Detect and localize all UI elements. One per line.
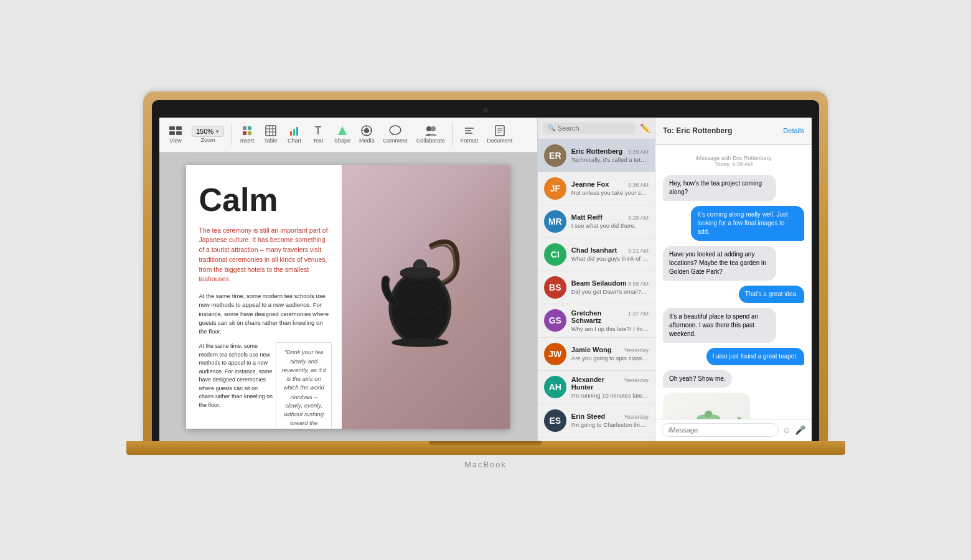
- conversation-item[interactable]: AH Alexander Hunter Yesterday I'm runnin…: [538, 371, 655, 404]
- text-icon: T: [311, 125, 325, 136]
- conversation-time: Yesterday: [624, 414, 649, 420]
- view-label: View: [169, 138, 181, 144]
- comment-label: Comment: [383, 138, 408, 144]
- conversation-info: Chad Isanhart 9:21 AM What did you guys …: [571, 246, 649, 262]
- message-bubble: It's coming along really well. Just look…: [691, 206, 804, 241]
- toolbar-view[interactable]: View: [164, 123, 187, 146]
- conversation-preview: Not unless you take your sunglasses off …: [571, 189, 649, 196]
- conversation-info: Matt Reiff 9:28 AM I see what you did th…: [571, 213, 649, 229]
- messages-app: 🔍 ✏️ ER: [538, 118, 812, 441]
- chat-messages[interactable]: iMessage with Eric Rottenberg Today, 9:3…: [655, 145, 812, 419]
- zoom-control[interactable]: 150% ▼: [192, 126, 224, 137]
- conversation-name: Erin Steed: [571, 413, 605, 420]
- search-icon: 🔍: [548, 124, 555, 131]
- conversation-time: 9:21 AM: [628, 248, 649, 254]
- message-row: Hey, how's the tea project coming along?: [663, 175, 804, 201]
- compose-button[interactable]: ✏️: [640, 123, 650, 133]
- message-row: That's a great idea.: [663, 286, 804, 303]
- conversation-name: Beam Seilaudom: [571, 279, 627, 287]
- avatar: CI: [544, 243, 566, 266]
- chat-header-title: To: Eric Rottenberg: [663, 126, 732, 135]
- conversation-item[interactable]: ER Eric Rottenberg 9:39 AM Technically, …: [538, 139, 655, 172]
- conversation-item[interactable]: JF Jeanne Fox 9:36 AM Not unless you tak…: [538, 172, 655, 205]
- svg-rect-13: [290, 131, 292, 136]
- details-button[interactable]: Details: [783, 127, 804, 134]
- conversation-item[interactable]: DE David Elfving Yesterday Cute baby pic…: [538, 437, 655, 441]
- conversation-name: Eric Rottenberg: [571, 147, 623, 155]
- conversation-info: Beam Seilaudom 8:58 AM Did you get Dawn'…: [571, 279, 649, 295]
- search-input[interactable]: [558, 124, 631, 132]
- message-bubble: I also just found a great teapot.: [706, 348, 804, 365]
- conversation-name: Alexander Hunter: [571, 376, 624, 391]
- conversation-time: Yesterday: [624, 377, 649, 383]
- teapot-background: [342, 165, 510, 429]
- imessage-input[interactable]: [662, 423, 779, 437]
- conversation-item[interactable]: ES Erin Steed Yesterday I'm going to Cha…: [538, 404, 655, 437]
- doc-highlighted-text: The tea ceremony is still an important p…: [199, 226, 332, 285]
- toolbar-insert[interactable]: Insert: [236, 123, 258, 146]
- mic-button[interactable]: 🎤: [795, 425, 805, 435]
- toolbar-table[interactable]: Table: [260, 123, 282, 146]
- table-icon: [264, 125, 278, 136]
- imessage-label: iMessage with Eric Rottenberg: [696, 155, 772, 161]
- svg-marker-16: [338, 126, 347, 135]
- chart-label: Chart: [288, 138, 301, 144]
- conversation-preview: I'm running 10 minutes late. Which is ea…: [571, 392, 649, 399]
- conversation-name: Chad Isanhart: [571, 246, 617, 254]
- toolbar-text[interactable]: T Text: [307, 123, 329, 146]
- toolbar-collaborate[interactable]: Collaborate: [413, 123, 449, 146]
- conversation-item[interactable]: MR Matt Reiff 9:28 AM I see what you did…: [538, 205, 655, 238]
- doc-body-2: At the same time, some modern tea school…: [199, 342, 273, 409]
- conversation-name: Matt Reiff: [571, 213, 603, 221]
- media-label: Media: [359, 138, 375, 144]
- conversation-item[interactable]: GS Gretchen Schwartz 1:37 AM Why am I up…: [538, 304, 655, 338]
- conversation-item[interactable]: BS Beam Seilaudom 8:58 AM Did you get Da…: [538, 271, 655, 304]
- conversation-info: Jeanne Fox 9:36 AM Not unless you take y…: [571, 180, 649, 196]
- thread-date: Today, 9:39 AM: [715, 161, 753, 167]
- toolbar-chart[interactable]: Chart: [283, 123, 306, 146]
- conversation-name: Jeanne Fox: [571, 180, 609, 188]
- avatar: ER: [544, 144, 566, 167]
- svg-rect-2: [169, 131, 175, 135]
- chart-icon: [288, 125, 301, 136]
- conversation-item[interactable]: CI Chad Isanhart 9:21 AM What did you gu…: [538, 238, 655, 271]
- avatar: JW: [544, 343, 566, 365]
- toolbar-media[interactable]: Media: [355, 123, 378, 146]
- toolbar-comment[interactable]: Comment: [380, 123, 411, 146]
- svg-point-23: [390, 126, 401, 134]
- teapot-display: [663, 393, 750, 419]
- emoji-button[interactable]: ☺: [782, 425, 791, 435]
- shape-icon: [335, 125, 349, 136]
- chat-view: To: Eric Rottenberg Details iMessage wit…: [655, 118, 812, 441]
- comment-icon: [388, 125, 402, 136]
- macbook-lid: View 150% ▼ Zoom: [143, 91, 828, 441]
- toolbar-document[interactable]: Document: [483, 123, 516, 146]
- svg-rect-15: [296, 127, 298, 136]
- conversation-header: Gretchen Schwartz 1:37 AM: [571, 309, 649, 324]
- conversation-header: Erin Steed Yesterday: [571, 413, 649, 420]
- doc-body-1: At the same time, some modern tea school…: [199, 292, 332, 336]
- message-row: Oh yeah? Show me.: [663, 370, 804, 388]
- toolbar-divider-2: [453, 123, 453, 146]
- doc-right-column: [342, 165, 510, 429]
- message-row: It's a beautiful place to spend an after…: [663, 308, 804, 343]
- page-area[interactable]: Calm The tea ceremony is still an import…: [159, 152, 537, 441]
- conversation-header: Jeanne Fox 9:36 AM: [571, 180, 649, 188]
- messages-sidebar: 🔍 ✏️ ER: [538, 118, 655, 441]
- text-label: Text: [313, 138, 324, 144]
- message-row: [663, 393, 804, 419]
- conversation-header: Chad Isanhart 9:21 AM: [571, 246, 649, 254]
- doc-quote-text: "Drink your tea slowly and reverently, a…: [281, 348, 326, 428]
- conversation-item[interactable]: JW Jamie Wong Yesterday Are you going to…: [538, 338, 655, 371]
- message-row: It's coming along really well. Just look…: [663, 206, 804, 241]
- search-box[interactable]: 🔍: [543, 123, 636, 134]
- svg-point-46: [705, 410, 712, 417]
- toolbar-zoom[interactable]: 150% ▼ Zoom: [188, 123, 228, 146]
- toolbar-divider-1: [232, 123, 232, 146]
- avatar: GS: [544, 309, 566, 332]
- toolbar-format[interactable]: Format: [457, 123, 482, 146]
- conversation-info: Erin Steed Yesterday I'm going to Charle…: [571, 413, 649, 428]
- svg-rect-6: [243, 131, 246, 135]
- toolbar-shape[interactable]: Shape: [331, 123, 354, 146]
- conversation-preview: I'm going to Charleston this weekend. An…: [571, 421, 649, 428]
